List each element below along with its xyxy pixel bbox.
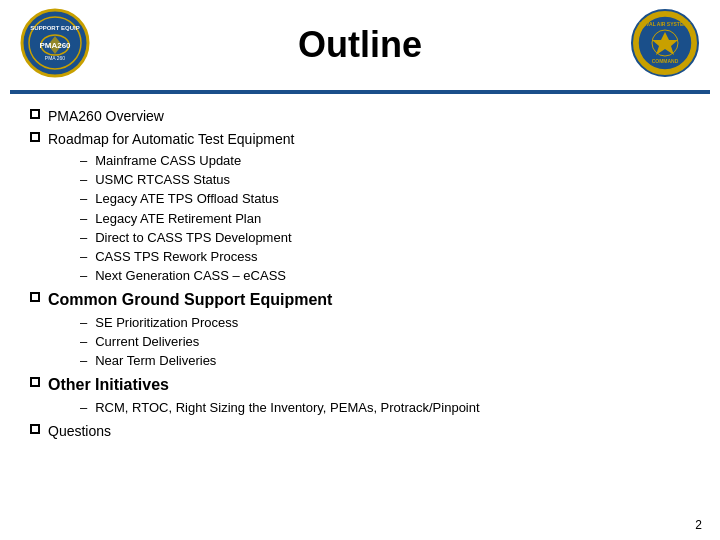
list-item: – Mainframe CASS Update [80, 152, 690, 170]
outline-list: PMA260 Overview Roadmap for Automatic Te… [30, 106, 690, 442]
list-item-pma260: PMA260 Overview [30, 106, 690, 127]
subitem-text: USMC RTCASS Status [95, 171, 230, 189]
list-item: – Legacy ATE Retirement Plan [80, 210, 690, 228]
list-item: – USMC RTCASS Status [80, 171, 690, 189]
svg-text:NAVAL AIR SYSTEMS: NAVAL AIR SYSTEMS [639, 21, 691, 27]
list-item-roadmap: Roadmap for Automatic Test Equipment [30, 129, 690, 150]
list-item-questions: Questions [30, 421, 690, 442]
subitem-text: Mainframe CASS Update [95, 152, 241, 170]
cgse-subitems: – SE Prioritization Process – Current De… [80, 314, 690, 371]
page-number: 2 [695, 518, 702, 532]
subitem-text: Current Deliveries [95, 333, 199, 351]
roadmap-subitems: – Mainframe CASS Update – USMC RTCASS St… [80, 152, 690, 285]
bullet-pma260 [30, 109, 40, 119]
svg-text:COMMAND: COMMAND [652, 58, 679, 64]
label-questions: Questions [48, 421, 111, 442]
subitem-text: Near Term Deliveries [95, 352, 216, 370]
list-item: – Current Deliveries [80, 333, 690, 351]
bullet-questions [30, 424, 40, 434]
logo-right: NAVAL AIR SYSTEMS COMMAND [630, 8, 700, 78]
header: SUPPORT EQUIP PMA 260 PMA260 Outline NAV… [0, 0, 720, 90]
page: SUPPORT EQUIP PMA 260 PMA260 Outline NAV… [0, 0, 720, 540]
list-item: – RCM, RTOC, Right Sizing the Inventory,… [80, 399, 690, 417]
subitem-text: Direct to CASS TPS Development [95, 229, 291, 247]
svg-text:PMA260: PMA260 [39, 41, 71, 50]
logo-left: SUPPORT EQUIP PMA 260 PMA260 [20, 8, 90, 78]
bullet-roadmap [30, 132, 40, 142]
page-title: Outline [298, 24, 422, 66]
svg-text:PMA 260: PMA 260 [45, 55, 66, 61]
subitem-text: Legacy ATE TPS Offload Status [95, 190, 279, 208]
svg-text:SUPPORT EQUIP: SUPPORT EQUIP [30, 25, 79, 31]
bullet-cgse [30, 292, 40, 302]
label-other: Other Initiatives [48, 374, 169, 396]
list-item: – SE Prioritization Process [80, 314, 690, 332]
bullet-other [30, 377, 40, 387]
list-item: – Legacy ATE TPS Offload Status [80, 190, 690, 208]
main-content: PMA260 Overview Roadmap for Automatic Te… [0, 94, 720, 454]
list-item: – Near Term Deliveries [80, 352, 690, 370]
subitem-text: SE Prioritization Process [95, 314, 238, 332]
list-item-other: Other Initiatives [30, 374, 690, 396]
list-item-cgse: Common Ground Support Equipment [30, 289, 690, 311]
other-subitems: – RCM, RTOC, Right Sizing the Inventory,… [80, 399, 690, 417]
label-roadmap: Roadmap for Automatic Test Equipment [48, 129, 294, 150]
label-pma260: PMA260 Overview [48, 106, 164, 127]
list-item: – CASS TPS Rework Process [80, 248, 690, 266]
subitem-text: RCM, RTOC, Right Sizing the Inventory, P… [95, 399, 479, 417]
subitem-text: CASS TPS Rework Process [95, 248, 257, 266]
label-cgse: Common Ground Support Equipment [48, 289, 332, 311]
list-item: – Direct to CASS TPS Development [80, 229, 690, 247]
list-item: – Next Generation CASS – eCASS [80, 267, 690, 285]
subitem-text: Next Generation CASS – eCASS [95, 267, 286, 285]
subitem-text: Legacy ATE Retirement Plan [95, 210, 261, 228]
